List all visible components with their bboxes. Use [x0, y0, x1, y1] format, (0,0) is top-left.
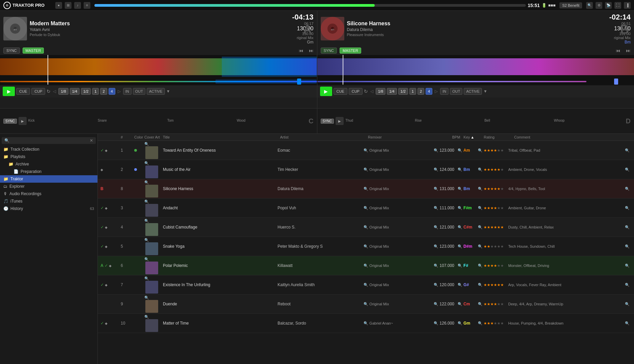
table-row[interactable]: ✓ ◆ 5 🔍 Snake Yoga Peter Makto & Gregory… — [98, 237, 634, 256]
deck-b-active-btn[interactable]: ACTIVE — [464, 88, 482, 95]
row-search-icon[interactable]: 🔍 — [625, 187, 630, 191]
track-search-icon[interactable]: 🔍 — [144, 296, 149, 300]
deck-b-cup-btn[interactable]: CUP — [349, 88, 363, 95]
track-row-search[interactable]: 🔍 — [623, 167, 631, 172]
settings-icon[interactable]: ● — [55, 2, 62, 9]
deck-b-sync-btn[interactable]: SYNC — [321, 48, 337, 54]
deck-b-beat-4[interactable]: 4 — [426, 88, 432, 95]
fullscreen-icon[interactable]: ⛶ — [614, 2, 621, 9]
table-row[interactable]: ✓ ◆ 3 🔍 Andacht Popol Vuh 🔍 Original Mix… — [98, 199, 634, 218]
remixer-search-icon[interactable]: 🔍 — [364, 206, 368, 210]
table-row[interactable]: ✓ ◆ 10 🔍 Matter of Time Balcazar, Sordo … — [98, 314, 634, 333]
col-header-key[interactable]: Key ▲ — [464, 135, 484, 139]
row-search-icon[interactable]: 🔍 — [625, 302, 630, 306]
track-row-search[interactable]: 🔍 — [623, 225, 631, 230]
track-row-search[interactable]: 🔍 — [623, 282, 631, 287]
deck-a-beat-1-8[interactable]: 1/8 — [58, 88, 68, 95]
deck-d-play-btn[interactable]: ▶ — [336, 117, 344, 125]
col-header-color[interactable]: Color — [134, 135, 144, 139]
remixer-search-icon[interactable]: 🔍 — [364, 225, 368, 229]
row-search-icon[interactable]: 🔍 — [625, 244, 630, 248]
remixer-search-icon[interactable]: 🔍 — [364, 321, 368, 325]
deck-a-beat-1[interactable]: 1 — [92, 88, 99, 95]
deck-b-beat-1-2[interactable]: 1/2 — [398, 88, 408, 95]
deck-a-beat-4[interactable]: 4 — [109, 88, 115, 95]
remixer-search-icon[interactable]: 🔍 — [364, 283, 368, 287]
bpm-search-icon[interactable]: 🔍 — [434, 321, 438, 325]
col-header-title[interactable]: Title — [163, 135, 280, 139]
deck-b-prev[interactable]: ⏮ — [616, 48, 621, 53]
row-search-icon[interactable]: 🔍 — [625, 283, 630, 287]
table-row[interactable]: ✓ ◆ 1 🔍 Toward An Entity Of Oneness Eoma… — [98, 141, 634, 160]
track-row-search[interactable]: 🔍 — [623, 263, 631, 268]
deck-a-sync-btn[interactable]: SYNC — [3, 48, 20, 54]
track-row-search[interactable]: 🔍 — [623, 148, 631, 153]
master-progress[interactable] — [94, 4, 526, 7]
deck-a-active-btn[interactable]: ACTIVE — [147, 88, 165, 95]
deck-b-out-btn[interactable]: OUT — [450, 88, 462, 95]
bpm-search-icon[interactable]: 🔍 — [434, 206, 438, 210]
row-search-icon[interactable]: 🔍 — [625, 321, 630, 325]
sidebar-item-itunes[interactable]: 🎵 iTunes — [0, 198, 97, 205]
deck-a-beat-2[interactable]: 2 — [100, 88, 107, 95]
sidebar-item-explorer[interactable]: 🗂 Explorer — [0, 183, 97, 190]
sidebar-item-history[interactable]: 🕐 History 63 — [0, 205, 97, 212]
preferences-icon[interactable]: ⚙ — [596, 2, 602, 9]
col-header-rating[interactable]: Rating — [484, 135, 514, 139]
deck-b-beat-1[interactable]: 1 — [409, 88, 416, 95]
track-row-search[interactable]: 🔍 — [623, 186, 631, 191]
col-header-num[interactable]: # — [121, 135, 134, 139]
deck-b-beat-1-8[interactable]: 1/8 — [376, 88, 385, 95]
remixer-search-icon[interactable]: 🔍 — [364, 264, 368, 268]
row-search-icon[interactable]: 🔍 — [625, 264, 630, 268]
deck-a-master-btn[interactable]: MASTER — [23, 48, 44, 54]
bpm-search-icon[interactable]: 🔍 — [434, 244, 438, 248]
table-row[interactable]: A ✓ ◆ 6 🔍 Polar Polemic Killawatt 🔍 Orig… — [98, 256, 634, 275]
sidebar-item-audio-recordings[interactable]: 🎙 Audio Recordings — [0, 190, 97, 198]
bpm-search-icon[interactable]: 🔍 — [434, 148, 438, 152]
remixer-search-icon[interactable]: 🔍 — [364, 148, 368, 152]
table-row[interactable]: 9 🔍 Duende Reboot 🔍 Original Mix 🔍 122.0… — [98, 295, 634, 314]
deck-b-loop-icon[interactable]: ↻ — [364, 89, 368, 94]
deck-b-in-btn[interactable]: IN — [440, 88, 449, 95]
sidebar-item-preparation[interactable]: 📄 Preparation — [0, 168, 97, 175]
remixer-search-icon[interactable]: 🔍 — [364, 302, 368, 306]
sidebar-item-track-collection[interactable]: 📁 Track Collection — [0, 146, 97, 153]
row-search-icon[interactable]: 🔍 — [625, 206, 630, 210]
s2-benefit[interactable]: S2 Benefit — [559, 2, 582, 8]
deck-b-next[interactable]: ⏭ — [626, 48, 631, 53]
track-search-icon[interactable]: 🔍 — [144, 257, 149, 261]
deck-b-waveform[interactable] — [317, 55, 634, 79]
sidebar-item-archive[interactable]: 📁 Archive — [0, 160, 97, 168]
deck-c-sync-btn[interactable]: SYNC — [3, 119, 17, 124]
deck-a-loop-icon[interactable]: ↻ — [47, 89, 51, 94]
deck-b-beat-2[interactable]: 2 — [417, 88, 424, 95]
deck-a-out-btn[interactable]: OUT — [133, 88, 145, 95]
remixer-search-icon[interactable]: 🔍 — [364, 168, 368, 172]
deck-a-cue-btn[interactable]: CUE — [16, 88, 30, 95]
deck-a-waveform[interactable] — [0, 55, 317, 79]
deck-a-next[interactable]: ⏭ — [309, 48, 314, 53]
bpm-search-icon[interactable]: 🔍 — [434, 168, 438, 172]
deck-d-sync-btn[interactable]: SYNC — [321, 119, 334, 124]
deck-a-beat-1-4[interactable]: 1/4 — [70, 88, 80, 95]
track-search-icon[interactable]: 🔍 — [144, 161, 149, 165]
bpm-search-icon[interactable]: 🔍 — [434, 283, 438, 287]
sidebar-item-traktor[interactable]: 📁 Traktor — [0, 175, 97, 183]
col-header-art[interactable]: Cover Art — [144, 135, 163, 139]
row-search-icon[interactable]: 🔍 — [625, 168, 630, 172]
table-row[interactable]: B 8 🔍 Silicone Harness Datura Dilema 🔍 O… — [98, 179, 634, 199]
search-top-icon[interactable]: 🔍 — [586, 2, 593, 9]
fx-icon[interactable]: ≡ — [84, 2, 90, 9]
bpm-search-icon[interactable]: 🔍 — [434, 264, 438, 268]
track-search-icon[interactable]: 🔍 — [144, 142, 149, 146]
bpm-search-icon[interactable]: 🔍 — [434, 187, 438, 191]
col-header-bpm[interactable]: BPM — [438, 135, 464, 139]
deck-a-play-btn[interactable]: ▶ — [3, 87, 15, 96]
track-search-icon[interactable]: 🔍 — [144, 315, 149, 319]
bpm-search-icon[interactable]: 🔍 — [434, 302, 438, 306]
bpm-search-icon[interactable]: 🔍 — [434, 225, 438, 229]
broadcast-icon[interactable]: 📡 — [605, 2, 612, 9]
table-row[interactable]: ✓ ◆ 7 🔍 Existence In The Unfurling Kaitl… — [98, 275, 634, 295]
col-header-comment[interactable]: Comment — [514, 135, 631, 139]
